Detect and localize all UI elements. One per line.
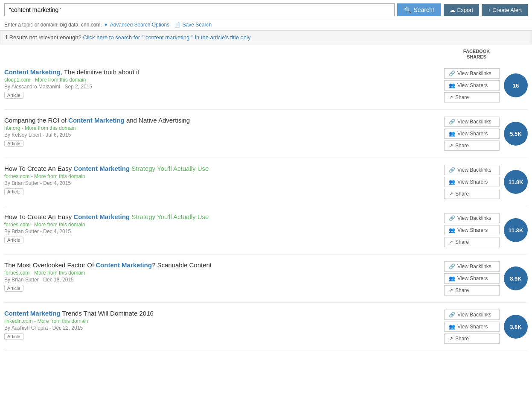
result-title-link[interactable]: Content Marketing Trends That Will Domin… xyxy=(4,310,154,317)
result-title: How To Create An Easy Content Marketing … xyxy=(4,213,440,220)
domain-link[interactable]: forbes.com xyxy=(4,270,29,276)
backlinks-icon: 🔗 xyxy=(449,215,455,221)
share-icon: ↗ xyxy=(449,94,453,100)
view-backlinks-button[interactable]: 🔗 View Backlinks xyxy=(444,213,500,223)
result-tag: Article xyxy=(4,333,23,340)
share-count-circle: 11.8K xyxy=(504,170,528,194)
highlight-text: Content Marketing xyxy=(73,213,130,220)
title-text: How To Create An Easy xyxy=(4,165,73,172)
result-title-link[interactable]: How To Create An Easy Content Marketing … xyxy=(4,165,209,172)
search-input[interactable]: "content marketing" xyxy=(4,3,395,16)
facebook-count: 11.8K xyxy=(509,179,523,185)
result-meta: By Alessandro Malzanini - Sep 2, 2015 xyxy=(4,84,440,90)
domain-link[interactable]: sloop1.com xyxy=(4,77,30,83)
view-sharers-button[interactable]: 👥 View Sharers xyxy=(444,80,500,91)
export-button[interactable]: ☁ Export xyxy=(444,4,480,16)
share-label: Share xyxy=(455,191,469,197)
backlinks-label: View Backlinks xyxy=(457,215,491,221)
domain-link[interactable]: hbr.org xyxy=(4,125,20,131)
result-title: How To Create An Easy Content Marketing … xyxy=(4,165,440,172)
domain-link[interactable]: forbes.com xyxy=(4,173,29,179)
search-button[interactable]: 🔍 Search! xyxy=(397,3,441,16)
domain-link[interactable]: forbes.com xyxy=(4,222,29,228)
export-label: Export xyxy=(457,7,474,13)
domain-suffix: - More from this domain xyxy=(34,318,88,324)
title-search-link[interactable]: Click here to search for ""content marke… xyxy=(83,34,250,41)
result-title-link[interactable]: The Most Overlooked Factor Of Content Ma… xyxy=(4,261,212,269)
export-icon: ☁ xyxy=(450,7,455,13)
result-title-link[interactable]: How To Create An Easy Content Marketing … xyxy=(4,213,209,220)
share-button[interactable]: ↗ Share xyxy=(444,237,500,247)
search-button-label: Search! xyxy=(413,6,434,13)
backlinks-icon: 🔗 xyxy=(449,312,455,318)
sharers-icon: 👥 xyxy=(449,179,455,185)
backlinks-icon: 🔗 xyxy=(449,119,455,125)
share-button[interactable]: ↗ Share xyxy=(444,189,500,199)
result-title: Content Marketing, The definitive truth … xyxy=(4,68,440,76)
result-meta: By Kelsey Libert - Jul 6, 2015 xyxy=(4,132,440,138)
highlight-text: Content Marketing xyxy=(68,117,125,124)
share-label: Share xyxy=(455,143,469,149)
save-search-link[interactable]: Save Search xyxy=(182,22,212,28)
result-info: How To Create An Easy Content Marketing … xyxy=(4,165,440,195)
view-backlinks-button[interactable]: 🔗 View Backlinks xyxy=(444,261,500,272)
highlight-text: Content Marketing xyxy=(73,165,130,172)
domain-link[interactable]: linkedin.com xyxy=(4,318,33,324)
result-actions: 🔗 View Backlinks 👥 View Sharers ↗ Share xyxy=(444,310,500,344)
backlinks-label: View Backlinks xyxy=(457,70,491,76)
result-info: Comparing the ROI of Content Marketing a… xyxy=(4,117,440,147)
result-meta: By Brian Sutter - Dec 18, 2015 xyxy=(4,277,440,283)
create-alert-label: + Create Alert xyxy=(488,7,522,13)
search-bar: "content marketing" 🔍 Search! ☁ Export +… xyxy=(0,0,532,20)
facebook-count: 5.5K xyxy=(510,131,521,137)
view-backlinks-button[interactable]: 🔗 View Backlinks xyxy=(444,117,500,127)
save-icon: 📄 xyxy=(174,22,180,28)
facebook-count: 16 xyxy=(513,82,519,89)
share-button[interactable]: ↗ Share xyxy=(444,140,500,151)
view-backlinks-button[interactable]: 🔗 View Backlinks xyxy=(444,165,500,175)
view-sharers-button[interactable]: 👥 View Sharers xyxy=(444,322,500,332)
result-item: Content Marketing, The definitive truth … xyxy=(4,61,528,110)
result-info: Content Marketing Trends That Will Domin… xyxy=(4,310,440,340)
result-title-link[interactable]: Content Marketing, The definitive truth … xyxy=(4,68,140,76)
backlinks-label: View Backlinks xyxy=(457,312,491,318)
view-sharers-button[interactable]: 👥 View Sharers xyxy=(444,273,500,284)
main-content: FACEBOOKSHARES Content Marketing, The de… xyxy=(0,44,532,351)
highlight-text: Content Marketing xyxy=(4,310,61,317)
info-text: Results not relevant enough? xyxy=(9,34,81,41)
view-backlinks-button[interactable]: 🔗 View Backlinks xyxy=(444,310,500,320)
sharers-icon: 👥 xyxy=(449,82,455,88)
share-button[interactable]: ↗ Share xyxy=(444,334,500,344)
advanced-search-link[interactable]: Advanced Search Options xyxy=(110,22,169,28)
info-bar: ℹ Results not relevant enough? Click her… xyxy=(0,30,532,44)
share-button[interactable]: ↗ Share xyxy=(444,285,500,296)
sharers-icon: 👥 xyxy=(449,131,455,137)
result-actions: 🔗 View Backlinks 👥 View Sharers ↗ Share xyxy=(444,213,500,247)
result-title-link[interactable]: Comparing the ROI of Content Marketing a… xyxy=(4,117,190,124)
search-icon: 🔍 xyxy=(404,6,411,13)
highlight-green-text: Strategy You'll Actually Use xyxy=(130,213,209,220)
share-icon: ↗ xyxy=(449,287,453,293)
facebook-count: 3.8K xyxy=(510,324,521,330)
view-sharers-button[interactable]: 👥 View Sharers xyxy=(444,225,500,235)
share-icon: ↗ xyxy=(449,239,453,245)
share-icon: ↗ xyxy=(449,143,453,149)
result-item: Comparing the ROI of Content Marketing a… xyxy=(4,110,528,158)
domain-suffix: - More from this domain xyxy=(31,173,85,179)
share-button[interactable]: ↗ Share xyxy=(444,92,500,102)
sharers-label: View Sharers xyxy=(457,82,488,88)
view-backlinks-button[interactable]: 🔗 View Backlinks xyxy=(444,68,500,79)
facebook-shares-header: FACEBOOKSHARES xyxy=(459,49,494,60)
backlinks-icon: 🔗 xyxy=(449,167,455,173)
sharers-icon: 👥 xyxy=(449,324,455,330)
create-alert-button[interactable]: + Create Alert xyxy=(482,4,528,16)
share-count-circle: 8.9K xyxy=(504,266,528,290)
domain-suffix: - More from this domain xyxy=(22,125,76,131)
result-actions: 🔗 View Backlinks 👥 View Sharers ↗ Share xyxy=(444,165,500,199)
result-tag: Article xyxy=(4,237,23,243)
view-sharers-button[interactable]: 👥 View Sharers xyxy=(444,129,500,139)
share-count-circle: 3.8K xyxy=(504,315,528,339)
backlinks-label: View Backlinks xyxy=(457,119,491,125)
backlinks-label: View Backlinks xyxy=(457,263,491,269)
view-sharers-button[interactable]: 👥 View Sharers xyxy=(444,177,500,187)
